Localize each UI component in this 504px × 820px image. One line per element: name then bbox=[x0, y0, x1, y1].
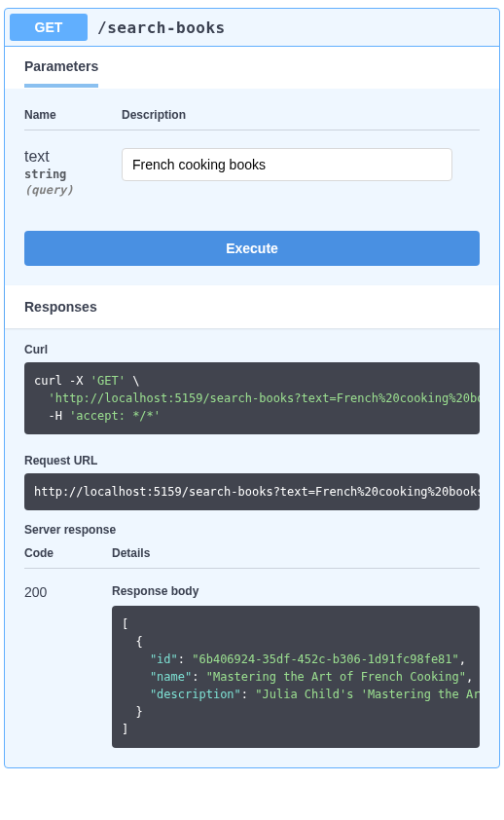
request-url-label: Request URL bbox=[24, 454, 480, 467]
col-head-details: Details bbox=[112, 546, 480, 560]
server-response-label: Server response bbox=[5, 515, 499, 537]
curl-hflag: -H bbox=[34, 409, 69, 423]
rb-l2: { bbox=[122, 635, 143, 649]
response-code: 200 bbox=[24, 584, 112, 600]
curl-url: 'http://localhost:5159/search-books?text… bbox=[48, 391, 480, 405]
opblock-summary[interactable]: GET /search-books bbox=[5, 9, 499, 47]
col-head-code: Code bbox=[24, 546, 112, 560]
curl-verb: 'GET' bbox=[90, 374, 126, 388]
rb-l4e: , bbox=[466, 670, 473, 684]
responses-header: Responses bbox=[5, 285, 499, 328]
param-location: (query) bbox=[24, 183, 122, 197]
rb-l1: [ bbox=[122, 617, 128, 631]
execute-button[interactable]: Execute bbox=[24, 231, 480, 266]
rb-l4k: "name" bbox=[122, 670, 192, 684]
parameters-header: Parameters bbox=[5, 47, 499, 89]
parameters-table: Name Description text string (query) bbox=[5, 89, 499, 216]
rb-l3v: "6b406924-35df-452c-b306-1d91fc98fe81" bbox=[192, 652, 459, 666]
rb-l4v: "Mastering the Art of French Cooking" bbox=[206, 670, 466, 684]
http-method-badge: GET bbox=[10, 14, 88, 41]
rb-l5k: "description" bbox=[122, 688, 241, 701]
request-url-block[interactable]: http://localhost:5159/search-books?text=… bbox=[24, 473, 480, 510]
endpoint-path: /search-books bbox=[97, 19, 226, 37]
rb-l5v: "Julia Child's 'Mastering the Art of Fre… bbox=[255, 688, 480, 701]
curl-header: 'accept: */*' bbox=[69, 409, 161, 423]
curl-block[interactable]: curl -X 'GET' \ 'http://localhost:5159/s… bbox=[24, 362, 480, 434]
rb-l7: ] bbox=[122, 723, 128, 736]
response-body-block[interactable]: [ { "id": "6b406924-35df-452c-b306-1d91f… bbox=[112, 606, 480, 748]
response-body-label: Response body bbox=[112, 584, 480, 598]
param-name: text bbox=[24, 148, 122, 166]
param-type: string bbox=[24, 168, 122, 181]
rb-l3e: , bbox=[459, 652, 466, 666]
tab-parameters[interactable]: Parameters bbox=[24, 58, 98, 88]
opblock-get: GET /search-books Parameters Name Descri… bbox=[4, 8, 500, 768]
curl-bs: \ bbox=[126, 374, 139, 388]
rb-l5c: : bbox=[241, 688, 255, 701]
rb-l6: } bbox=[122, 705, 143, 719]
param-text-input[interactable] bbox=[122, 148, 452, 181]
curl-pre: curl -X bbox=[34, 374, 90, 388]
col-head-name: Name bbox=[24, 108, 122, 122]
rb-l4c: : bbox=[192, 670, 205, 684]
rb-l3k: "id" bbox=[122, 652, 178, 666]
param-row: text string (query) bbox=[24, 148, 480, 197]
rb-l3c: : bbox=[178, 652, 192, 666]
curl-label: Curl bbox=[24, 343, 480, 356]
col-head-description: Description bbox=[122, 108, 480, 122]
